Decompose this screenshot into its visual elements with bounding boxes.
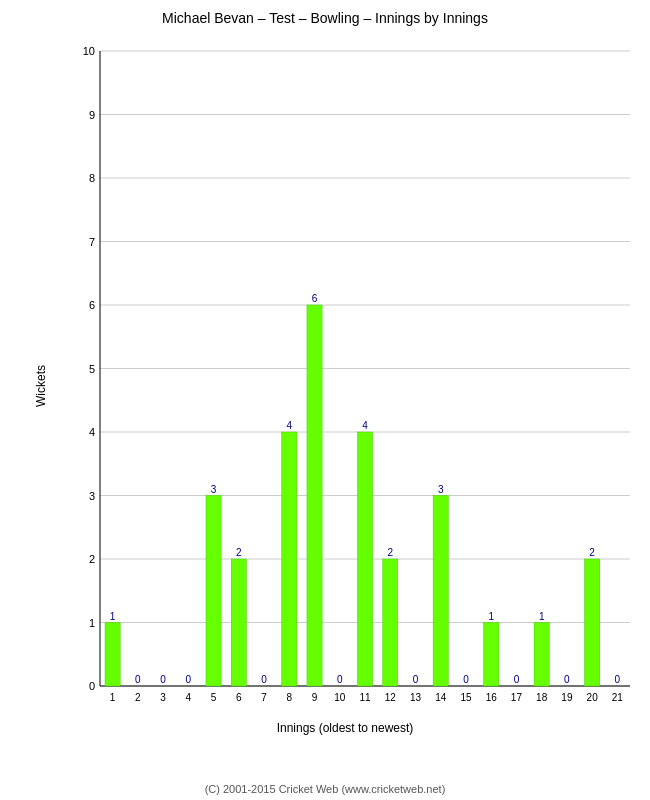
svg-text:1: 1 xyxy=(539,611,545,622)
svg-rect-33 xyxy=(206,496,221,687)
chart-title: Michael Bevan – Test – Bowling – Innings… xyxy=(10,10,640,26)
svg-text:14: 14 xyxy=(435,692,447,703)
svg-text:0: 0 xyxy=(261,674,267,685)
svg-text:18: 18 xyxy=(536,692,548,703)
svg-text:9: 9 xyxy=(89,109,95,121)
svg-text:10: 10 xyxy=(334,692,346,703)
svg-rect-72 xyxy=(585,559,600,686)
svg-text:9: 9 xyxy=(312,692,318,703)
svg-text:12: 12 xyxy=(385,692,397,703)
svg-text:7: 7 xyxy=(261,692,267,703)
svg-text:3: 3 xyxy=(438,484,444,495)
svg-rect-49 xyxy=(357,432,372,686)
svg-text:0: 0 xyxy=(615,674,621,685)
svg-text:1: 1 xyxy=(89,617,95,629)
chart-svg: 0123456789101102030435260748690104112120… xyxy=(65,36,645,716)
svg-rect-52 xyxy=(383,559,398,686)
svg-rect-62 xyxy=(484,623,499,687)
svg-rect-44 xyxy=(307,305,322,686)
chart-container: Michael Bevan – Test – Bowling – Innings… xyxy=(0,0,650,800)
svg-text:21: 21 xyxy=(612,692,624,703)
svg-rect-41 xyxy=(282,432,297,686)
footer-text: (C) 2001-2015 Cricket Web (www.cricketwe… xyxy=(0,783,650,795)
svg-text:0: 0 xyxy=(564,674,570,685)
svg-text:10: 10 xyxy=(83,45,95,57)
svg-text:6: 6 xyxy=(89,299,95,311)
svg-text:5: 5 xyxy=(211,692,217,703)
svg-text:0: 0 xyxy=(186,674,192,685)
svg-text:2: 2 xyxy=(236,547,242,558)
svg-text:0: 0 xyxy=(413,674,419,685)
svg-text:5: 5 xyxy=(89,363,95,375)
svg-text:1: 1 xyxy=(488,611,494,622)
svg-text:0: 0 xyxy=(337,674,343,685)
svg-text:19: 19 xyxy=(561,692,573,703)
svg-text:8: 8 xyxy=(89,172,95,184)
svg-text:2: 2 xyxy=(135,692,141,703)
svg-text:0: 0 xyxy=(463,674,469,685)
svg-text:4: 4 xyxy=(287,420,293,431)
svg-text:4: 4 xyxy=(186,692,192,703)
y-axis-label: Wickets xyxy=(34,365,48,407)
chart-area: Wickets 01234567891011020304352607486901… xyxy=(65,36,625,735)
svg-text:2: 2 xyxy=(589,547,595,558)
svg-text:3: 3 xyxy=(160,692,166,703)
svg-text:11: 11 xyxy=(359,692,371,703)
svg-text:2: 2 xyxy=(89,553,95,565)
svg-text:1: 1 xyxy=(110,692,116,703)
svg-text:2: 2 xyxy=(387,547,393,558)
svg-text:0: 0 xyxy=(89,680,95,692)
svg-text:17: 17 xyxy=(511,692,523,703)
svg-text:0: 0 xyxy=(160,674,166,685)
x-axis-label: Innings (oldest to newest) xyxy=(65,721,625,735)
svg-text:16: 16 xyxy=(486,692,498,703)
svg-text:3: 3 xyxy=(211,484,217,495)
svg-text:3: 3 xyxy=(89,490,95,502)
svg-rect-67 xyxy=(534,623,549,687)
svg-text:6: 6 xyxy=(312,293,318,304)
svg-text:4: 4 xyxy=(362,420,368,431)
svg-rect-24 xyxy=(105,623,120,687)
svg-text:0: 0 xyxy=(514,674,520,685)
svg-text:13: 13 xyxy=(410,692,422,703)
svg-text:7: 7 xyxy=(89,236,95,248)
svg-text:1: 1 xyxy=(110,611,116,622)
svg-rect-36 xyxy=(231,559,246,686)
svg-text:8: 8 xyxy=(287,692,293,703)
svg-text:6: 6 xyxy=(236,692,242,703)
svg-text:0: 0 xyxy=(135,674,141,685)
svg-text:20: 20 xyxy=(587,692,599,703)
svg-text:15: 15 xyxy=(460,692,472,703)
svg-rect-57 xyxy=(433,496,448,687)
svg-text:4: 4 xyxy=(89,426,95,438)
